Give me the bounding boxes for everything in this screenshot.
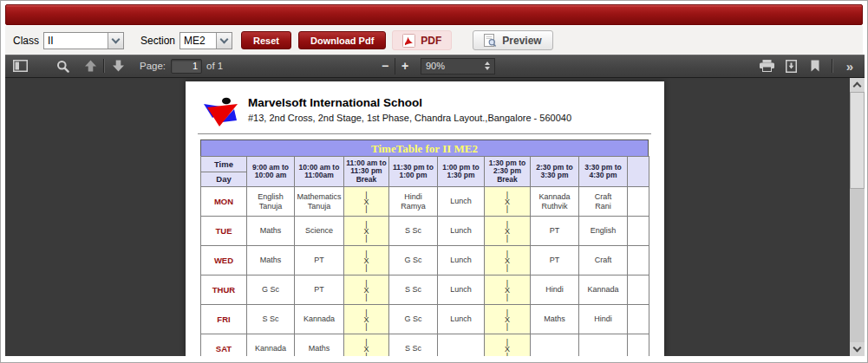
break-cell: | X | bbox=[485, 217, 531, 246]
section-select-arrow[interactable] bbox=[216, 33, 232, 49]
chevron-down-icon bbox=[220, 36, 229, 44]
break-cell: | X | bbox=[344, 187, 389, 217]
subject-cell: Kannada bbox=[579, 275, 628, 305]
class-label: Class bbox=[13, 35, 39, 47]
preview-button[interactable]: Preview bbox=[473, 30, 552, 50]
subject-cell: Kannada bbox=[295, 305, 344, 334]
timetable-row: WEDMathsPT| X |G ScLunch| X |PTCraft bbox=[201, 246, 649, 275]
toolbar-overflow-button[interactable]: » bbox=[839, 56, 860, 75]
subject-cell: S Sc bbox=[389, 275, 438, 305]
subject-cell: G Sc bbox=[389, 246, 438, 275]
find-button[interactable] bbox=[52, 56, 73, 75]
app-window: Class II Section ME2 Reset Download Pdf … bbox=[0, 0, 868, 363]
subject-cell: PT bbox=[531, 246, 579, 275]
chevron-down-icon bbox=[853, 344, 862, 353]
break-cell: | X | bbox=[485, 187, 531, 217]
subject-cell: PT bbox=[295, 246, 344, 275]
subject-cell: Hindi bbox=[531, 275, 579, 305]
bookmark-button[interactable] bbox=[805, 56, 826, 75]
vertical-scrollbar[interactable] bbox=[850, 78, 865, 356]
subject-cell: Lunch bbox=[438, 217, 485, 246]
page-label: Page: bbox=[140, 61, 166, 71]
adobe-pdf-icon bbox=[402, 34, 415, 48]
period-header: 11:30 pm to 1:00 pm bbox=[389, 157, 438, 187]
break-cell: | X | bbox=[344, 217, 389, 246]
page-number-input[interactable] bbox=[171, 59, 202, 74]
previous-page-button[interactable] bbox=[80, 56, 101, 75]
subject-cell: Maths bbox=[531, 305, 579, 334]
period-header: 3:30 pm to 4:30 pm bbox=[579, 157, 628, 187]
subject-cell: Lunch bbox=[438, 187, 485, 217]
spinner-arrows-icon bbox=[485, 62, 490, 70]
subject-cell: Maths bbox=[247, 246, 295, 275]
break-cell: | X | bbox=[485, 334, 531, 357]
zoom-level-select[interactable]: 90% bbox=[421, 58, 495, 75]
subject-cell bbox=[531, 334, 579, 357]
section-select[interactable]: ME2 bbox=[179, 32, 232, 49]
day-label: FRI bbox=[201, 305, 247, 334]
print-button[interactable] bbox=[756, 56, 777, 75]
subject-cell bbox=[579, 334, 628, 357]
subject-cell: Kannada Ruthvik bbox=[531, 187, 579, 217]
chevron-down-icon bbox=[112, 36, 121, 44]
subject-cell: PT bbox=[295, 275, 344, 305]
subject-cell: G Sc bbox=[247, 275, 295, 305]
subject-cell: G Sc bbox=[389, 305, 438, 334]
double-chevron-icon: » bbox=[844, 60, 856, 73]
subject-cell bbox=[628, 246, 649, 275]
timetable-row: SATKannadaMaths| X |S Sc| X | bbox=[201, 334, 649, 357]
break-cell: | X | bbox=[344, 246, 389, 275]
school-address: #13, 2nd Cross, 2nd Stage, 1st Phase, Ch… bbox=[248, 113, 571, 123]
next-page-button[interactable] bbox=[108, 56, 128, 75]
period-header: 1:30 pm to 2:30 pm Break bbox=[485, 157, 531, 187]
chevron-up-icon bbox=[853, 82, 862, 91]
break-cell: | X | bbox=[344, 305, 389, 334]
download-button[interactable] bbox=[780, 56, 801, 75]
day-label: THUR bbox=[201, 275, 247, 305]
subject-cell: Hindi Ramya bbox=[389, 187, 438, 217]
day-label: SAT bbox=[201, 334, 247, 357]
subject-cell: S Sc bbox=[389, 334, 438, 357]
period-header: 11:00 am to 11:30 pm Break bbox=[344, 157, 389, 187]
class-select-arrow[interactable] bbox=[108, 33, 123, 49]
subject-cell: Maths bbox=[247, 217, 295, 246]
download-pdf-button[interactable]: Download Pdf bbox=[298, 31, 386, 49]
break-cell: | X | bbox=[485, 275, 531, 305]
subject-cell: English bbox=[579, 217, 628, 246]
zoom-in-button[interactable]: + bbox=[395, 58, 414, 75]
subject-cell bbox=[628, 187, 649, 217]
pdf-button[interactable]: PDF bbox=[392, 30, 452, 50]
scroll-down-button[interactable] bbox=[850, 342, 865, 356]
zoom-out-button[interactable]: − bbox=[375, 58, 395, 75]
subject-cell bbox=[628, 217, 649, 246]
timetable-body: TimeDay9:00 am to 10:00 am10:00 am to 11… bbox=[201, 157, 649, 357]
timetable-row: THURG ScPT| X |S ScLunch| X |HindiKannad… bbox=[201, 275, 649, 305]
subject-cell: Kannada bbox=[247, 334, 295, 357]
timetable-table: TimeDay9:00 am to 10:00 am10:00 am to 11… bbox=[200, 156, 649, 356]
pdf-toolbar: Page: of 1 − + 90% bbox=[5, 55, 865, 78]
reset-button[interactable]: Reset bbox=[241, 31, 291, 49]
preview-magnifier-icon bbox=[484, 34, 497, 48]
sidebar-icon bbox=[13, 60, 28, 72]
scrollbar-thumb[interactable] bbox=[850, 92, 865, 189]
header-bar bbox=[5, 4, 863, 25]
subject-cell: Craft Rani bbox=[579, 187, 628, 217]
timetable: TimeTable for II ME2 TimeDay9:00 am to 1… bbox=[200, 139, 649, 356]
toolbar-separator bbox=[103, 59, 105, 73]
download-icon bbox=[786, 60, 797, 73]
period-header bbox=[628, 157, 649, 187]
subject-cell: Hindi bbox=[579, 305, 628, 334]
search-icon bbox=[56, 60, 69, 73]
break-cell: | X | bbox=[485, 305, 531, 334]
sidebar-toggle-button[interactable] bbox=[10, 56, 30, 75]
timetable-title: TimeTable for II ME2 bbox=[200, 139, 649, 156]
arrow-down-icon bbox=[112, 60, 125, 72]
day-label: MON bbox=[201, 187, 247, 217]
class-select-value: II bbox=[44, 33, 108, 49]
scroll-up-button[interactable] bbox=[850, 78, 865, 92]
header-divider bbox=[198, 133, 651, 134]
class-select[interactable]: II bbox=[43, 32, 124, 49]
subject-cell: Lunch bbox=[438, 246, 485, 275]
break-cell: | X | bbox=[344, 334, 389, 357]
controls-bar: Class II Section ME2 Reset Download Pdf … bbox=[5, 26, 863, 55]
